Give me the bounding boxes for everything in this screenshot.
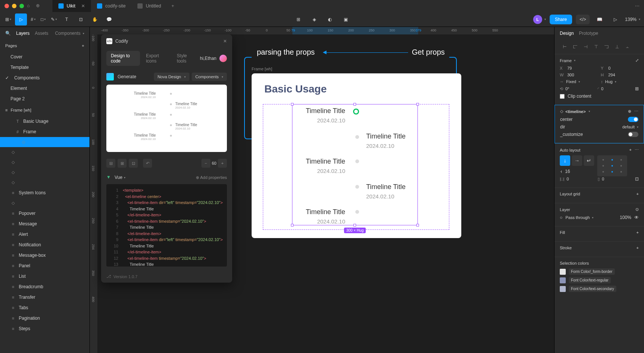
autolayout-more-icon[interactable]: ⋯ — [635, 147, 639, 152]
mask-icon[interactable]: ◐ — [324, 13, 336, 25]
layer-settings-icon[interactable]: ⊙ — [635, 207, 639, 212]
customize-toggle[interactable] — [628, 132, 638, 137]
direction-wrap[interactable]: ↵ — [584, 155, 594, 166]
frame-header[interactable]: ≡Frame [wh] — [0, 104, 89, 116]
page-page2[interactable]: Page 2 — [0, 94, 89, 104]
layer-item[interactable]: ≡Message-box — [0, 250, 89, 261]
layer-item[interactable]: ≡Pagination — [0, 313, 89, 323]
globe-icon[interactable]: ⊕ — [36, 3, 42, 9]
close-dot[interactable] — [4, 4, 9, 8]
layer-item[interactable]: TBasic Usage — [0, 116, 89, 127]
padding-detail-icon[interactable]: ⊡ — [635, 176, 639, 182]
close-icon[interactable]: ✕ — [223, 39, 227, 44]
assets-tab[interactable]: Assets — [35, 31, 48, 36]
align-vcenter-icon[interactable]: ⫎ — [602, 42, 611, 52]
dev-mode-button[interactable]: </> — [576, 15, 590, 24]
layer-item[interactable]: ◇ — [0, 157, 89, 167]
add-stroke-icon[interactable]: + — [637, 246, 639, 250]
h-constraint[interactable]: Fixed▾ — [566, 79, 580, 84]
user-avatar[interactable]: L▾ — [533, 15, 546, 24]
pad-h-input[interactable]: 0 — [566, 177, 569, 181]
maximize-dot[interactable] — [19, 4, 24, 8]
align-bottom-icon[interactable]: ⊥ — [612, 42, 622, 52]
align-right-icon[interactable]: ⊣ — [581, 42, 590, 52]
home-icon[interactable]: ⌂ — [27, 3, 33, 9]
color-row[interactable]: Font Color/text-secondary — [560, 286, 639, 292]
target-dropdown[interactable]: Components▾ — [192, 73, 227, 81]
zoom-in[interactable]: + — [218, 159, 227, 168]
snap-icon[interactable]: ◈ — [308, 13, 320, 25]
tab-uikit[interactable]: Uikit✕ — [52, 0, 91, 12]
align-top-icon[interactable]: ⊤ — [591, 42, 601, 52]
zoom-out[interactable]: − — [201, 159, 210, 168]
alignment-grid[interactable] — [597, 155, 627, 176]
blend-mode-dropdown[interactable]: Pass through▾ — [565, 215, 593, 220]
layout-btn-1[interactable]: ⊟ — [106, 159, 115, 168]
layer-item[interactable]: ≡Tabs — [0, 302, 89, 313]
align-left-icon[interactable]: ⊢ — [560, 42, 569, 52]
fit-icon[interactable]: ⤢ — [635, 58, 639, 63]
gap-input[interactable]: 16 — [565, 169, 570, 174]
undo-icon[interactable]: ↶ — [143, 159, 152, 168]
layer-item[interactable]: ≡System Icons — [0, 188, 89, 198]
layout-btn-3[interactable]: ⊡ — [129, 159, 138, 168]
boolean-icon[interactable]: ▣ — [340, 13, 352, 25]
layer-item[interactable]: ≡Alert — [0, 229, 89, 240]
direction-horizontal[interactable]: → — [572, 155, 582, 166]
page-cover[interactable]: Cover — [0, 52, 89, 62]
text-tool[interactable]: T — [61, 13, 73, 25]
align-hcenter-icon[interactable]: ⫍ — [570, 42, 580, 52]
library-icon[interactable]: 📖 — [593, 13, 605, 25]
pages-header[interactable]: Pages+ — [0, 40, 89, 52]
distribute-icon[interactable]: ⫠ — [623, 42, 632, 52]
direction-vertical[interactable]: ↓ — [560, 155, 570, 166]
tab-export-icons[interactable]: Export icons — [142, 51, 171, 66]
layer-item[interactable]: ◇ — [0, 137, 89, 147]
canvas[interactable]: -400-350-300-250-200-150-100-50050100150… — [90, 27, 554, 353]
layer-item[interactable]: ≡Message — [0, 219, 89, 229]
move-tool[interactable]: ▷ — [15, 13, 27, 25]
design-tab[interactable]: Design — [560, 31, 574, 36]
page-template[interactable]: Template — [0, 62, 89, 73]
add-autolayout-icon[interactable]: + — [629, 147, 632, 152]
layer-item[interactable]: ◇ — [0, 147, 89, 157]
search-icon[interactable]: 🔍 — [5, 31, 11, 36]
prototype-tab[interactable]: Prototype — [579, 31, 598, 36]
layers-tab[interactable]: Layers — [16, 31, 30, 36]
frame-tool[interactable]: #▾ — [29, 17, 37, 22]
minimize-dot[interactable] — [12, 4, 16, 8]
layer-item[interactable]: ◇ — [0, 177, 89, 188]
tab-untitled[interactable]: Untitled — [131, 0, 167, 12]
layer-item[interactable]: ≡Panel — [0, 261, 89, 271]
pad-v-input[interactable]: 0 — [602, 177, 604, 181]
layer-item[interactable]: #Frame — [0, 127, 89, 137]
layer-item[interactable]: ◇ — [0, 198, 89, 208]
add-properties-button[interactable]: ⊕ Add properties — [196, 175, 227, 180]
components-dropdown[interactable]: Components▾ — [55, 31, 84, 36]
color-row[interactable]: Form Color/_form-border — [560, 268, 639, 275]
grid-icon[interactable]: ⊞ — [292, 13, 304, 25]
add-fill-icon[interactable]: + — [637, 230, 639, 235]
menu-button[interactable]: ⊞▾ — [4, 17, 13, 22]
zoom-level[interactable]: 139%▾ — [625, 17, 640, 22]
color-row[interactable]: Font Color/text-regular — [560, 277, 639, 283]
frame-main[interactable]: Frame [wh] Basic Usage 300 × Hug Timelin… — [252, 73, 461, 238]
hand-tool[interactable]: ✋ — [89, 13, 101, 25]
v-constraint[interactable]: Hug▾ — [605, 79, 616, 84]
add-page-icon[interactable]: + — [82, 43, 84, 48]
code-block[interactable]: 1<template> 2 <el-timeline center> 3 <el… — [106, 184, 227, 267]
layer-item[interactable]: ≡Popover — [0, 208, 89, 219]
page-element[interactable]: Element — [0, 83, 89, 94]
comment-tool[interactable]: 💬 — [103, 13, 115, 25]
layer-item[interactable]: ◇ — [0, 167, 89, 177]
tab-codify-site[interactable]: codify-site — [91, 0, 131, 12]
shape-tool[interactable]: □▾ — [39, 17, 47, 22]
framework-dropdown[interactable]: Nova Design▾ — [154, 73, 189, 81]
share-button[interactable]: Share — [550, 15, 572, 24]
center-toggle[interactable] — [628, 117, 638, 122]
layer-item[interactable]: ≡List — [0, 271, 89, 282]
page-components[interactable]: ✓Components — [0, 73, 89, 83]
dir-dropdown[interactable]: default▾ — [622, 125, 638, 129]
layer-item[interactable]: ≡Breadcrumb — [0, 282, 89, 292]
tab-style-tools[interactable]: Style tools — [172, 51, 198, 66]
